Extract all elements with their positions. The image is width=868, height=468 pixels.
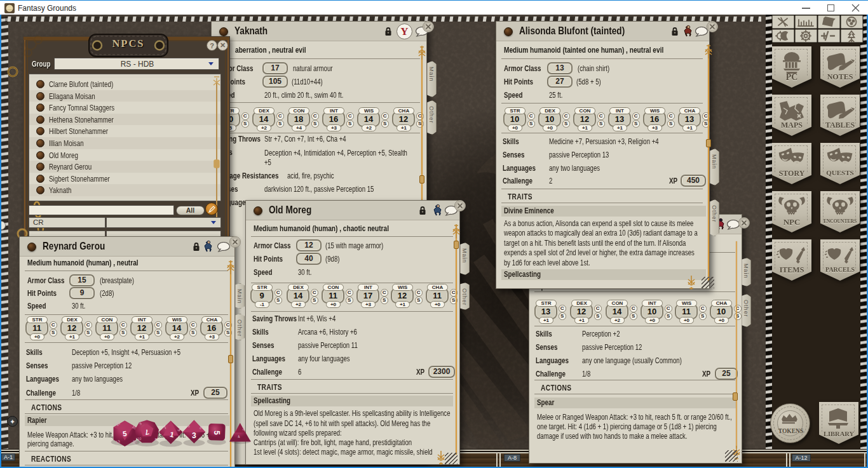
- svg-text:3: 3: [192, 431, 196, 440]
- svg-text:10: 10: [137, 437, 141, 441]
- svg-text:8: 8: [154, 438, 156, 441]
- svg-text:5: 5: [212, 431, 221, 435]
- svg-text:2: 2: [242, 427, 245, 431]
